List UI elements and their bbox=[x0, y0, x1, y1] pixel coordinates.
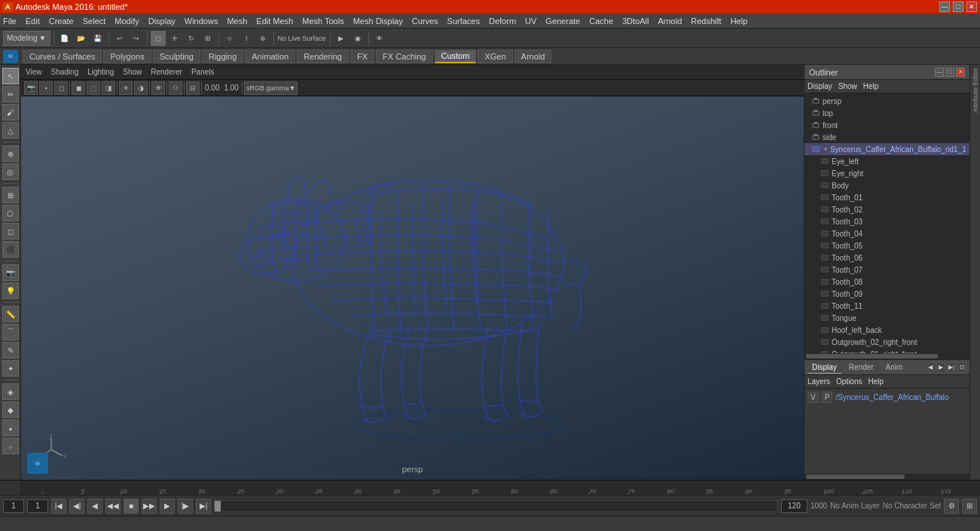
paint-tool-btn[interactable]: ✏ bbox=[2, 86, 19, 102]
cb-collapse-btn[interactable]: ⊡ bbox=[957, 362, 966, 373]
tree-item-9[interactable]: Tooth_02 bbox=[804, 203, 969, 215]
timeline-track[interactable] bbox=[214, 500, 778, 512]
vp-camera-btn[interactable]: 📷 bbox=[24, 81, 38, 95]
vp-hud-btn[interactable]: ⊟ bbox=[186, 81, 200, 95]
maya-home-btn[interactable]: M bbox=[3, 50, 18, 63]
menu-item-mesh[interactable]: Mesh bbox=[227, 17, 247, 26]
redo-btn[interactable]: ↪ bbox=[129, 31, 144, 46]
vp-shading-btn[interactable]: ◼ bbox=[72, 81, 85, 95]
mode-dropdown[interactable]: Modeling ▼ bbox=[3, 31, 50, 46]
light-btn[interactable]: 💡 bbox=[2, 282, 19, 299]
no-live-surface-btn[interactable]: No Live Surface bbox=[277, 31, 327, 46]
workspace-tab-sculpting[interactable]: Sculpting bbox=[153, 50, 200, 63]
workspace-tab-custom[interactable]: Custom bbox=[435, 50, 477, 63]
menu-item-select[interactable]: Select bbox=[83, 17, 106, 26]
outliner-maximize-btn[interactable]: □ bbox=[945, 68, 954, 77]
pb-stop-btn[interactable]: ■ bbox=[124, 499, 139, 514]
ipr-btn[interactable]: ◉ bbox=[350, 31, 365, 46]
measure-btn[interactable]: 📏 bbox=[2, 306, 19, 322]
subdiv-btn[interactable]: ⬛ bbox=[2, 241, 19, 258]
menu-item-file[interactable]: File bbox=[3, 17, 17, 26]
tree-item-18[interactable]: Tongue bbox=[804, 312, 969, 324]
menu-item-edit[interactable]: Edit bbox=[26, 17, 40, 26]
tree-toggle-4[interactable]: ▼ bbox=[823, 146, 829, 153]
cb-tab-display[interactable]: Display bbox=[808, 362, 841, 374]
menu-item-mesh-display[interactable]: Mesh Display bbox=[353, 17, 403, 26]
menu-item-display[interactable]: Display bbox=[148, 17, 176, 26]
misc-btn-4[interactable]: ⬦ bbox=[2, 438, 19, 454]
workspace-tab-polygons[interactable]: Polygons bbox=[103, 50, 151, 63]
outliner-scrollbar-x[interactable] bbox=[804, 353, 969, 359]
cb-menu-layers[interactable]: Layers bbox=[808, 377, 830, 386]
nurbs-btn[interactable]: ◻ bbox=[2, 223, 19, 240]
3d-viewport[interactable]: x y z M persp bbox=[21, 96, 804, 480]
tree-item-13[interactable]: Tooth_06 bbox=[804, 252, 969, 264]
pb-step-fwd-btn[interactable]: ▶ bbox=[160, 499, 175, 514]
outliner-menu-show[interactable]: Show bbox=[838, 82, 857, 90]
attribute-editor-label[interactable]: Attribute Editor bbox=[972, 68, 979, 113]
pb-next-key-btn[interactable]: |▶ bbox=[178, 499, 193, 514]
snap-surface-btn[interactable]: ⊞ bbox=[2, 187, 19, 203]
tree-item-3[interactable]: side bbox=[804, 131, 969, 143]
viewport-menu-panels[interactable]: Panels bbox=[191, 68, 215, 76]
pb-go-start-btn[interactable]: |◀ bbox=[51, 499, 66, 514]
tree-item-21[interactable]: Outgrowth_01_right_front bbox=[804, 348, 969, 353]
cb-menu-help[interactable]: Help bbox=[868, 377, 884, 386]
menu-item-generate[interactable]: Generate bbox=[545, 17, 580, 26]
workspace-tab-arnold[interactable]: Arnold bbox=[514, 50, 552, 63]
cb-v-btn[interactable]: V bbox=[808, 392, 819, 403]
tree-item-10[interactable]: Tooth_03 bbox=[804, 215, 969, 227]
sculpt-tool-btn[interactable]: △ bbox=[2, 122, 19, 139]
workspace-tab-rendering[interactable]: Rendering bbox=[297, 50, 349, 63]
cb-tab-render[interactable]: Render bbox=[844, 362, 878, 373]
snap-point[interactable]: ⊕ bbox=[255, 31, 270, 46]
pb-play-btn[interactable]: ▶▶ bbox=[142, 499, 157, 514]
cb-nav-end[interactable]: ▶| bbox=[947, 362, 956, 373]
pb-settings-btn[interactable]: ⚙ bbox=[944, 499, 959, 514]
viewport-menu-view[interactable]: View bbox=[26, 68, 42, 76]
vp-filmgate-btn[interactable]: ▪ bbox=[39, 81, 53, 95]
cb-nav-next[interactable]: ▶ bbox=[936, 362, 945, 373]
menu-item-redshift[interactable]: Redshift bbox=[691, 17, 721, 26]
show-hide-btn[interactable]: 👁 bbox=[372, 31, 387, 46]
tree-item-0[interactable]: persp bbox=[804, 95, 969, 107]
menu-item-deform[interactable]: Deform bbox=[489, 17, 516, 26]
vp-isolate-btn[interactable]: ⚇ bbox=[169, 81, 182, 95]
render-region-btn[interactable]: ▶ bbox=[334, 31, 349, 46]
menu-item-uv[interactable]: UV bbox=[525, 17, 536, 26]
misc-btn-2[interactable]: ◆ bbox=[2, 401, 19, 418]
outliner-menu-help[interactable]: Help bbox=[863, 82, 879, 90]
workspace-tab-xgen[interactable]: XGen bbox=[478, 50, 512, 63]
new-file-btn[interactable]: 📄 bbox=[57, 31, 72, 46]
range-end-input[interactable] bbox=[781, 499, 808, 513]
pb-extra-btn[interactable]: ⊞ bbox=[962, 499, 977, 514]
vp-show-btn[interactable]: 👁 bbox=[151, 81, 165, 95]
misc-btn-3[interactable]: ⬥ bbox=[2, 420, 19, 436]
show-manipulator-btn[interactable]: ⊕ bbox=[2, 145, 19, 162]
workspace-tab-rigging[interactable]: Rigging bbox=[202, 50, 243, 63]
minimize-button[interactable]: — bbox=[939, 2, 950, 12]
menu-item-windows[interactable]: Windows bbox=[185, 17, 218, 26]
menu-item-help[interactable]: Help bbox=[731, 17, 748, 26]
brush-tool-btn[interactable]: 🖌 bbox=[2, 104, 19, 121]
tree-item-12[interactable]: Tooth_05 bbox=[804, 240, 969, 252]
menu-item-3dtoall[interactable]: 3DtoAll bbox=[622, 17, 649, 26]
pb-prev-key-btn[interactable]: ◀| bbox=[69, 499, 84, 514]
close-button[interactable]: ✕ bbox=[966, 2, 977, 12]
vp-xray-btn[interactable]: ◨ bbox=[102, 81, 115, 95]
menu-item-mesh-tools[interactable]: Mesh Tools bbox=[302, 17, 343, 26]
vp-colorspace-btn[interactable]: sRGB gamma ▼ bbox=[244, 81, 298, 95]
camera-tool-btn[interactable]: 📷 bbox=[2, 264, 19, 281]
snap-grid[interactable]: ⊹ bbox=[222, 31, 237, 46]
outliner-scroll-thumb-x[interactable] bbox=[806, 354, 938, 359]
misc-btn-1[interactable]: ◈ bbox=[2, 383, 19, 400]
timeline-playhead[interactable] bbox=[215, 501, 221, 511]
workspace-tab-curves---surfaces[interactable]: Curves / Surfaces bbox=[23, 50, 102, 63]
workspace-tab-animation[interactable]: Animation bbox=[245, 50, 295, 63]
tree-item-7[interactable]: Body bbox=[804, 179, 969, 191]
menu-item-curves[interactable]: Curves bbox=[412, 17, 438, 26]
viewport-menu-lighting[interactable]: Lighting bbox=[87, 68, 114, 76]
vp-shadow-btn[interactable]: ◑ bbox=[134, 81, 148, 95]
tree-item-20[interactable]: Outgrowth_02_right_front bbox=[804, 336, 969, 348]
workspace-tab-fx-caching[interactable]: FX Caching bbox=[376, 50, 432, 63]
